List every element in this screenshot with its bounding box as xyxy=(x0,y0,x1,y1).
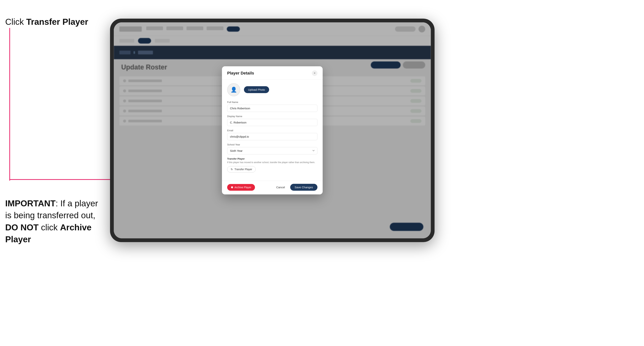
tablet-screen: Update Roster xyxy=(114,22,431,238)
display-name-group: Display Name xyxy=(227,115,318,126)
save-changes-button[interactable]: Save Changes xyxy=(290,184,318,191)
modal-close-button[interactable]: × xyxy=(312,70,318,76)
transfer-player-button[interactable]: ↻ Transfer Player xyxy=(227,166,256,173)
full-name-group: Full Name xyxy=(227,101,318,112)
important-label: IMPORTANT xyxy=(5,198,56,208)
full-name-label: Full Name xyxy=(227,101,318,104)
school-year-group: School Year First Year Second Year Third… xyxy=(227,143,318,154)
photo-section: 👤 Upload Photo xyxy=(227,83,318,96)
close-icon: × xyxy=(314,71,316,75)
avatar-placeholder: 👤 xyxy=(227,83,240,96)
transfer-section-title: Transfer Player xyxy=(227,157,318,160)
arrow-vertical xyxy=(9,28,10,181)
archive-player-label: Archive Player xyxy=(234,186,251,189)
email-input[interactable] xyxy=(227,133,318,140)
user-icon: 👤 xyxy=(230,87,237,93)
modal-body: 👤 Upload Photo Full Name Display Name xyxy=(222,80,323,181)
display-name-input[interactable] xyxy=(227,119,318,126)
archive-player-button[interactable]: ⚈ Archive Player xyxy=(227,184,255,191)
modal-title: Player Details xyxy=(227,71,254,76)
instruction-top: Click Transfer Player xyxy=(5,17,88,27)
transfer-section-desc: If this player has moved to another scho… xyxy=(227,161,318,164)
transfer-section: Transfer Player If this player has moved… xyxy=(227,157,318,173)
instruction-bold: Transfer Player xyxy=(26,17,88,27)
transfer-icon: ↻ xyxy=(231,168,233,171)
school-year-select[interactable]: First Year Second Year Third Year Fourth… xyxy=(227,147,318,154)
upload-photo-button[interactable]: Upload Photo xyxy=(244,86,269,93)
email-label: Email xyxy=(227,129,318,132)
display-name-label: Display Name xyxy=(227,115,318,118)
modal-header: Player Details × xyxy=(222,66,323,80)
modal-footer: ⚈ Archive Player Cancel Save Changes xyxy=(222,181,323,194)
instruction-prefix: Click xyxy=(5,17,26,27)
full-name-input[interactable] xyxy=(227,105,318,112)
modal-overlay: Player Details × 👤 Upload Photo xyxy=(114,22,431,238)
instruction-bottom: IMPORTANT: If a player is being transfer… xyxy=(5,197,104,245)
email-group: Email xyxy=(227,129,318,140)
cancel-button[interactable]: Cancel xyxy=(273,184,288,191)
archive-icon: ⚈ xyxy=(231,186,233,189)
transfer-player-label: Transfer Player xyxy=(234,168,252,171)
school-year-label: School Year xyxy=(227,143,318,146)
upload-photo-label: Upload Photo xyxy=(248,88,265,91)
tablet-device: Update Roster xyxy=(110,19,434,242)
do-not-label: DO NOT xyxy=(5,222,38,232)
player-details-modal: Player Details × 👤 Upload Photo xyxy=(222,66,323,195)
